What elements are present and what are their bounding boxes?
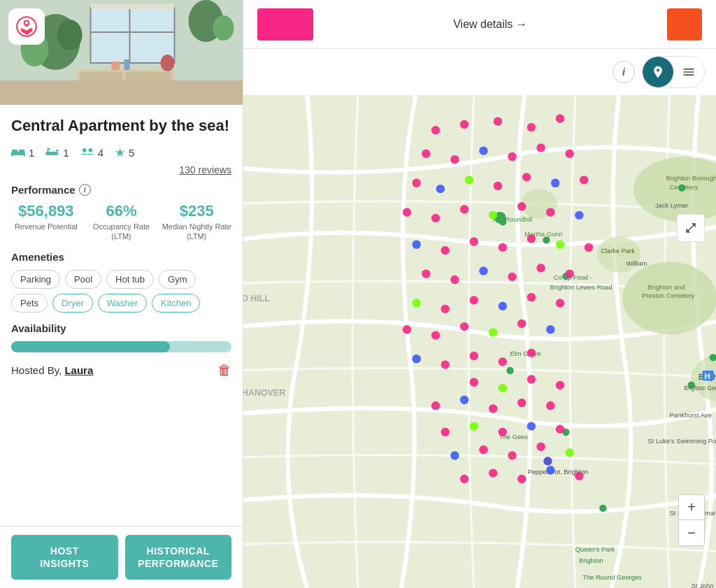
svg-point-91 — [565, 150, 573, 158]
amenities-title: Ameneties — [11, 251, 231, 263]
svg-point-135 — [527, 349, 536, 357]
svg-point-130 — [546, 325, 554, 334]
svg-text:Clarke Park: Clarke Park — [601, 248, 635, 254]
svg-point-81 — [431, 126, 440, 134]
map-pin-icon — [651, 65, 665, 79]
amenity-tag-dryer[interactable]: Dryer — [52, 294, 93, 313]
svg-point-136 — [470, 378, 478, 387]
host-insights-button[interactable]: HOST INSIGHTS — [11, 535, 118, 580]
svg-point-111 — [556, 241, 564, 249]
svg-point-133 — [470, 352, 478, 360]
delete-listing-icon[interactable]: 🗑 — [217, 362, 231, 378]
svg-point-82 — [460, 120, 468, 129]
svg-rect-12 — [126, 72, 171, 92]
expand-icon — [685, 222, 697, 234]
top-bar: View details → — [243, 0, 716, 49]
svg-point-98 — [580, 175, 588, 184]
svg-point-119 — [412, 299, 420, 307]
svg-point-138 — [527, 375, 536, 383]
svg-text:Brighton Lewes Road: Brighton Lewes Road — [550, 284, 613, 291]
svg-point-26 — [83, 148, 87, 152]
svg-point-134 — [499, 357, 507, 366]
amenity-tag-washer[interactable]: Washer — [98, 294, 147, 313]
nightly-value: $235 — [162, 203, 231, 220]
svg-point-9 — [213, 15, 234, 41]
map-info-button[interactable]: i — [613, 61, 635, 83]
revenue-label: Revenue Potential — [11, 222, 81, 231]
svg-point-153 — [536, 443, 545, 451]
svg-point-25 — [56, 149, 58, 151]
svg-point-143 — [517, 399, 526, 407]
svg-point-158 — [546, 466, 554, 474]
map-view-toggle — [642, 56, 705, 88]
view-details-button[interactable]: View details → — [439, 18, 527, 31]
svg-point-137 — [499, 384, 507, 392]
svg-point-94 — [465, 175, 473, 184]
amenity-tag-gym[interactable]: Gym — [159, 270, 196, 289]
list-view-button[interactable] — [673, 57, 704, 87]
svg-rect-2 — [129, 7, 131, 63]
property-image — [0, 0, 243, 105]
property-title: Central Apartment by the sea! — [11, 116, 231, 136]
revenue-item: $56,893 Revenue Potential — [11, 203, 81, 242]
svg-text:Pankhurst Ave: Pankhurst Ave — [670, 412, 712, 419]
amenity-tag-pool[interactable]: Pool — [65, 270, 101, 289]
zoom-in-button[interactable]: + — [679, 495, 704, 520]
svg-rect-4 — [91, 3, 175, 9]
svg-point-35 — [597, 236, 640, 273]
bed-icon — [11, 146, 25, 159]
svg-point-156 — [489, 468, 497, 477]
svg-point-106 — [412, 241, 420, 249]
svg-point-92 — [412, 179, 420, 187]
svg-point-152 — [508, 451, 516, 459]
svg-point-27 — [88, 148, 92, 152]
amenity-tag-parking[interactable]: Parking — [11, 270, 60, 289]
availability-bar — [11, 341, 231, 352]
performance-info-icon[interactable]: i — [79, 184, 91, 196]
svg-point-65 — [506, 367, 513, 374]
svg-point-109 — [499, 243, 507, 252]
svg-point-148 — [527, 422, 536, 430]
svg-point-99 — [403, 208, 411, 216]
airbnb-logo — [8, 8, 45, 45]
svg-point-154 — [565, 448, 573, 457]
svg-point-116 — [508, 273, 516, 281]
airbnb-icon — [15, 15, 38, 38]
svg-text:Brighton: Brighton — [579, 557, 603, 564]
guests-stat: 4 — [80, 146, 103, 159]
amenity-tag-pets[interactable]: Pets — [11, 294, 48, 313]
historical-performance-button[interactable]: HISTORICAL PERFORMANCE — [125, 535, 232, 580]
svg-text:St Luke's Swimming Pool: St Luke's Swimming Pool — [648, 438, 716, 445]
svg-point-149 — [556, 425, 564, 433]
beds-count: 1 — [29, 147, 34, 159]
map-view-button[interactable] — [643, 57, 673, 87]
svg-point-125 — [403, 325, 411, 334]
expand-map-button[interactable] — [677, 214, 705, 242]
svg-rect-16 — [0, 91, 243, 105]
svg-point-71 — [678, 185, 685, 192]
svg-rect-13 — [112, 62, 120, 70]
guests-count: 4 — [98, 147, 103, 159]
svg-point-100 — [431, 214, 440, 222]
svg-text:Brighton Borough: Brighton Borough — [666, 175, 716, 182]
zoom-out-button[interactable]: − — [679, 520, 704, 545]
svg-point-62 — [499, 218, 506, 225]
amenity-tag-hot-tub[interactable]: Hot tub — [106, 270, 154, 289]
svg-text:Preston Cemetery: Preston Cemetery — [642, 292, 695, 299]
svg-rect-19 — [19, 149, 24, 152]
reviews-link[interactable]: 130 reviews — [11, 164, 231, 175]
svg-point-129 — [517, 320, 526, 328]
svg-point-67 — [599, 505, 606, 512]
svg-point-120 — [441, 305, 450, 313]
occupancy-item: 66% Occupancy Rate (LTM) — [87, 203, 157, 242]
svg-text:Queen's Park: Queen's Park — [575, 546, 615, 553]
map-container[interactable]: Brighton Borough Cemetery Brighton and P… — [243, 95, 716, 588]
star-icon: ★ — [115, 145, 125, 160]
baths-count: 1 — [63, 147, 69, 159]
guests-icon — [80, 146, 94, 159]
svg-point-113 — [422, 269, 430, 278]
svg-point-115 — [479, 266, 487, 275]
baths-stat: 1 — [45, 146, 69, 159]
amenity-tag-kitchen[interactable]: Kitchen — [152, 294, 200, 313]
svg-point-124 — [556, 299, 564, 307]
